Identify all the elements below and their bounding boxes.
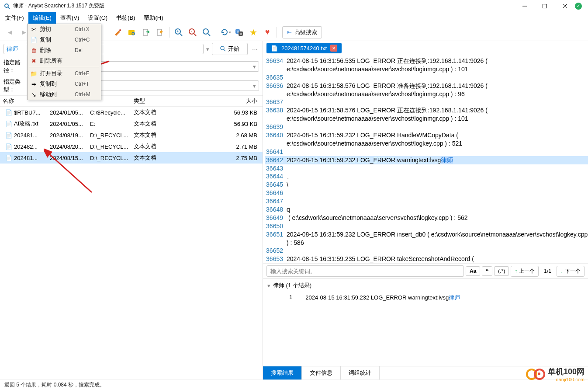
window-title: 律师 - Anytxt Searcher 1.3.1517 免费版 xyxy=(13,2,515,10)
file-icon: 📄 xyxy=(5,132,12,139)
star-icon[interactable]: ★ xyxy=(247,26,260,39)
find-next-button[interactable]: ↓下一个 xyxy=(557,266,585,277)
status-text: 返回 5 个结果，耗时 0.084 秒，搜索完成。 xyxy=(4,381,105,389)
right-pane: 📄 202481574240.txt ✕ 366342024-08-15 16:… xyxy=(263,41,588,380)
viewer-line: 36635 xyxy=(265,73,588,82)
table-row[interactable]: 📄AI攻略.txt2024/01/05...E:文本文档56.93 KB xyxy=(0,118,263,129)
status-bar: 返回 5 个结果，耗时 0.084 秒，搜索完成。 xyxy=(0,380,588,390)
svg-line-15 xyxy=(194,34,196,36)
svg-line-12 xyxy=(180,34,182,36)
viewer-line: 36639 xyxy=(265,123,588,131)
file-icon: 📄 xyxy=(5,120,12,127)
menu-help[interactable]: 帮助(H) xyxy=(139,12,167,24)
menu-cut[interactable]: ✂剪切Ctrl+X xyxy=(28,24,101,35)
svg-line-18 xyxy=(208,34,210,36)
menu-file[interactable]: 文件(F) xyxy=(1,12,28,24)
translate-icon[interactable]: 文A xyxy=(233,26,246,39)
viewer-line: 366342024-08-15 16:31:56.535 LOG_ERROR 正… xyxy=(265,57,588,73)
delete-icon: 🗑 xyxy=(28,47,40,54)
zoom-in-icon[interactable]: + xyxy=(172,26,185,39)
results-header: 律师 (1 个结果) xyxy=(273,282,311,289)
menu-separator xyxy=(29,67,99,67)
path-label: 指定路径： xyxy=(3,59,30,74)
table-row[interactable]: 📄$RTBU7...2024/01/05...C:\$Recycle...文本文… xyxy=(0,107,263,118)
viewer-line: 36648q xyxy=(265,205,588,214)
viewer-line: 366362024-08-15 16:31:58.576 LOG_ERROR 准… xyxy=(265,82,588,98)
find-input[interactable] xyxy=(266,265,464,277)
menu-edit[interactable]: 编辑(E) xyxy=(28,12,56,24)
find-prev-button[interactable]: ↑上一个 xyxy=(511,266,539,277)
menu-delete[interactable]: 🗑删除Del xyxy=(28,45,101,56)
search-icon[interactable] xyxy=(200,26,213,39)
tab-results[interactable]: 搜索结果 xyxy=(263,366,302,380)
svg-point-0 xyxy=(5,4,8,7)
import-icon[interactable] xyxy=(153,26,166,39)
more-button[interactable]: ⋯ xyxy=(250,46,259,52)
result-item[interactable]: 12024-08-15 16:31:59.232 LOG_ERROR warni… xyxy=(263,292,588,303)
advanced-search-button[interactable]: ⇤ 高级搜索 xyxy=(282,26,322,38)
col-type[interactable]: 类型 xyxy=(131,97,188,105)
refresh-icon[interactable]: ▾ xyxy=(219,26,232,39)
col-size[interactable]: 大小 xyxy=(188,97,263,105)
menu-delete-all[interactable]: ✖删除所有 xyxy=(28,56,101,66)
nav-back-button[interactable]: ◀ xyxy=(3,26,17,39)
text-viewer[interactable]: 366342024-08-15 16:31:56.535 LOG_ERROR 正… xyxy=(263,55,588,263)
minimize-button[interactable] xyxy=(515,0,535,12)
tab-fileinfo[interactable]: 文件信息 xyxy=(302,366,341,380)
file-icon: 📄 xyxy=(5,109,12,116)
menu-open-dir[interactable]: 📁打开目录Ctrl+E xyxy=(28,68,101,79)
viewer-line: 36650 xyxy=(265,222,588,230)
svg-text:-: - xyxy=(191,29,192,34)
status-ok-icon: ✓ xyxy=(575,3,582,10)
edit-dropdown: ✂剪切Ctrl+X 📄复制Ctrl+C 🗑删除Del ✖删除所有 📁打开目录Ct… xyxy=(27,24,101,100)
svg-text:A: A xyxy=(240,32,242,36)
find-bar: Aa ❝ (.*) ↑上一个 1/1 ↓下一个 xyxy=(263,263,588,279)
cut-icon: ✂ xyxy=(28,26,40,33)
svg-point-17 xyxy=(203,29,208,34)
results-area: ▾律师 (1 个结果) 12024-08-15 16:31:59.232 LOG… xyxy=(263,279,588,366)
find-regex-button[interactable]: (.*) xyxy=(494,266,509,276)
menu-copy[interactable]: 📄复制Ctrl+C xyxy=(28,35,101,45)
find-whole-button[interactable]: ❝ xyxy=(482,266,492,276)
title-bar: 律师 - Anytxt Searcher 1.3.1517 免费版 ✓ xyxy=(0,0,588,12)
table-row[interactable]: 📄202481...2024/08/19...D:\_RECYCL...文本文档… xyxy=(0,129,263,141)
brush-icon[interactable] xyxy=(111,26,125,39)
folder-icon: 📁 xyxy=(28,70,40,77)
table-row[interactable]: 📄202481...2024/08/15...D:\_RECYCL...文本文档… xyxy=(0,152,263,164)
table-row[interactable]: 📄202482...2024/08/20...D:\_RECYCL...文本文档… xyxy=(0,141,263,152)
menu-bookmark[interactable]: 书签(B) xyxy=(112,12,139,24)
maximize-button[interactable] xyxy=(535,0,555,12)
type-label: 指定类型： xyxy=(3,78,30,94)
viewer-line: 366422024-08-15 16:31:59.232 LOG_ERROR w… xyxy=(265,156,588,164)
tab-stats[interactable]: 词组统计 xyxy=(341,366,380,380)
menu-settings[interactable]: 设置(O) xyxy=(83,12,112,24)
viewer-line: 36644、 xyxy=(265,172,588,181)
copy-to-icon: ➡ xyxy=(28,81,40,87)
tab-filename: 202481574240.txt xyxy=(281,45,327,52)
svg-line-1 xyxy=(8,7,10,9)
folder-search-icon[interactable] xyxy=(125,26,138,39)
menu-copy-to[interactable]: ➡复制到Ctrl+T xyxy=(28,79,101,89)
menu-view[interactable]: 查看(V) xyxy=(56,12,83,24)
svg-text:+: + xyxy=(176,29,179,34)
close-tab-button[interactable]: ✕ xyxy=(330,45,337,52)
chevron-down-icon[interactable]: ▾ xyxy=(267,282,270,289)
menu-bar: 文件(F) 编辑(E) 查看(V) 设置(O) 书签(B) 帮助(H) xyxy=(0,12,588,24)
menu-move-to[interactable]: ↘移动到Ctrl+M xyxy=(28,89,101,100)
collapse-icon: ⇤ xyxy=(287,29,292,35)
copy-icon: 📄 xyxy=(28,37,40,43)
file-list: 📄$RTBU7...2024/01/05...C:\$Recycle...文本文… xyxy=(0,107,263,380)
find-counter: 1/1 xyxy=(540,268,555,274)
zoom-out-icon[interactable]: - xyxy=(186,26,199,39)
app-icon xyxy=(3,3,10,10)
heart-icon[interactable]: ♥ xyxy=(261,26,274,39)
move-to-icon: ↘ xyxy=(28,91,40,98)
svg-line-24 xyxy=(224,49,225,51)
file-icon: 📄 xyxy=(5,143,12,150)
find-case-button[interactable]: Aa xyxy=(466,266,480,276)
file-tab[interactable]: 📄 202481574240.txt ✕ xyxy=(266,43,342,53)
export-icon[interactable] xyxy=(139,26,152,39)
start-button[interactable]: 开始 xyxy=(212,43,248,55)
viewer-line: 36647 xyxy=(265,197,588,205)
close-button[interactable] xyxy=(555,0,575,12)
